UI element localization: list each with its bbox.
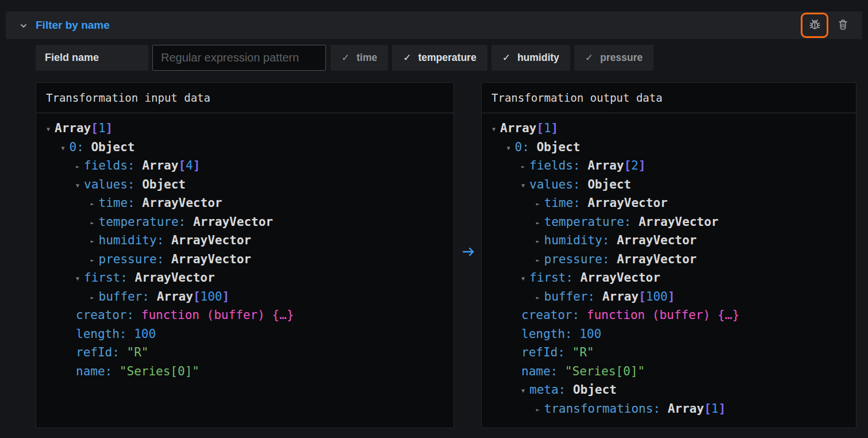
json-key: first:: [84, 271, 135, 285]
json-key: 0:: [515, 140, 537, 154]
expand-toggler-icon[interactable]: ►: [536, 195, 544, 214]
collapse-toggler-icon[interactable]: ▼: [521, 176, 529, 195]
json-value-ctor: ArrayVector: [135, 271, 215, 285]
json-value-brk: [: [639, 290, 646, 303]
collapse-toggler-icon[interactable]: ▼: [507, 139, 515, 158]
trash-icon: [837, 18, 849, 32]
json-value-brk: ]: [719, 402, 726, 416]
json-value-num: 2: [631, 159, 639, 172]
transform-title[interactable]: Filter by name: [36, 11, 110, 39]
json-value-ctor: ArrayVector: [171, 252, 251, 266]
json-key: transformations:: [544, 402, 668, 416]
json-row: ▼0: Object: [47, 138, 454, 157]
json-value-brk: [: [178, 159, 186, 172]
json-row: ▼Array[1]: [492, 119, 856, 138]
transformation-debug-view: { "transform_bar": { "title": "Filter by…: [0, 0, 868, 438]
field-chip-temperature[interactable]: ✓temperature: [392, 45, 487, 71]
expand-toggler-icon[interactable]: ►: [521, 157, 529, 176]
field-chip-time[interactable]: ✓time: [331, 45, 388, 71]
json-value-ctor: ArrayVector: [617, 252, 697, 266]
output-panel-title: Transformation output data: [482, 83, 856, 113]
json-value-str: "R": [573, 345, 594, 359]
json-row: ►fields: Array[2]: [492, 156, 856, 175]
collapse-toggler-icon[interactable]: ▼: [521, 270, 529, 289]
collapse-toggler-icon[interactable]: ▼: [62, 139, 70, 158]
json-value-ctor: ArrayVector: [171, 233, 251, 247]
field-chip-humidity[interactable]: ✓humidity: [491, 45, 570, 71]
json-row: ►humidity: ArrayVector: [492, 231, 856, 250]
json-key: buffer:: [99, 290, 157, 303]
field-chip-label: temperature: [418, 52, 476, 64]
json-key: refId:: [521, 345, 573, 359]
transformation-input-panel: Transformation input data ▼Array[1]▼0: O…: [36, 82, 454, 428]
json-value-num: 100: [201, 290, 222, 303]
input-panel-title: Transformation input data: [36, 83, 454, 113]
expand-toggler-icon[interactable]: ►: [536, 214, 544, 233]
json-value-ctor: Object: [142, 178, 186, 191]
json-key: time:: [544, 196, 588, 210]
collapse-toggler-icon[interactable]: ▼: [521, 382, 529, 401]
json-row: ►pressure: ArrayVector: [47, 250, 454, 269]
json-row: ▼values: Object: [47, 175, 454, 194]
json-value-ctor: Array: [157, 290, 193, 303]
check-icon: ✓: [403, 52, 411, 64]
json-key: creator:: [521, 308, 587, 322]
transformation-output-panel: Transformation output data ▼Array[1]▼0: …: [481, 82, 857, 428]
expand-toggler-icon[interactable]: ►: [91, 214, 99, 233]
field-chip-label: pressure: [600, 52, 643, 64]
json-value-ctor: Object: [587, 178, 631, 191]
json-value-brk: [: [536, 121, 544, 135]
json-key: pressure:: [544, 252, 617, 266]
json-row: ►buffer: Array[100]: [492, 287, 856, 306]
expand-toggler-icon[interactable]: ►: [76, 157, 84, 176]
json-value-ctor: ArrayVector: [193, 215, 273, 229]
expand-toggler-icon[interactable]: ►: [536, 251, 544, 270]
expand-toggler-icon[interactable]: ►: [91, 289, 99, 308]
output-json-tree: ▼Array[1]▼0: Object►fields: Array[2]▼val…: [482, 113, 856, 418]
json-key: refId:: [76, 345, 127, 359]
json-value-str: "Series[0]": [120, 364, 199, 378]
json-key: pressure:: [99, 252, 171, 266]
json-value-num: 100: [646, 290, 668, 303]
chevron-down-icon[interactable]: [19, 21, 28, 30]
json-value-ctor: ArrayVector: [617, 233, 697, 247]
collapse-toggler-icon[interactable]: ▼: [47, 120, 55, 139]
json-key: name:: [76, 364, 120, 378]
collapse-toggler-icon[interactable]: ▼: [492, 120, 500, 139]
json-row: ►time: ArrayVector: [492, 194, 856, 213]
transform-header-bar[interactable]: Filter by name: [6, 11, 862, 39]
json-value-ctor: Array: [667, 402, 704, 416]
json-row: refId: "R": [492, 343, 856, 362]
field-chip-pressure[interactable]: ✓pressure: [574, 45, 654, 71]
expand-toggler-icon[interactable]: ►: [91, 232, 99, 251]
expand-toggler-icon[interactable]: ►: [536, 232, 544, 251]
bug-icon: [808, 18, 821, 33]
json-value-ctor: ArrayVector: [587, 196, 667, 210]
collapse-toggler-icon[interactable]: ▼: [76, 176, 84, 195]
json-value-num: 1: [544, 121, 551, 135]
json-key: values:: [529, 178, 587, 191]
json-value-brk: [: [624, 159, 631, 172]
json-value-ctor: ArrayVector: [142, 196, 222, 210]
json-value-brk: [: [193, 290, 201, 303]
expand-toggler-icon[interactable]: ►: [91, 251, 99, 270]
expand-toggler-icon[interactable]: ►: [536, 401, 544, 420]
json-value-num: 1: [98, 121, 106, 135]
expand-toggler-icon[interactable]: ►: [536, 289, 544, 308]
check-icon: ✓: [502, 52, 510, 64]
json-key: time:: [99, 196, 143, 210]
json-key: name:: [521, 364, 565, 378]
collapse-toggler-icon[interactable]: ▼: [76, 270, 84, 289]
remove-transform-button[interactable]: [831, 13, 854, 38]
expand-toggler-icon[interactable]: ►: [91, 195, 99, 214]
debug-transform-button[interactable]: [801, 13, 828, 38]
json-value-ctor: ArrayVector: [581, 271, 660, 285]
json-value-ctor: Array: [602, 290, 639, 303]
json-row: ►transformations: Array[1]: [492, 399, 856, 418]
json-row: ▼values: Object: [492, 175, 856, 194]
json-value-num: 4: [186, 159, 193, 172]
check-icon: ✓: [341, 52, 349, 64]
json-row: ▼first: ArrayVector: [47, 268, 454, 287]
json-row: ►fields: Array[4]: [47, 156, 454, 175]
regex-pattern-input[interactable]: [152, 45, 326, 71]
